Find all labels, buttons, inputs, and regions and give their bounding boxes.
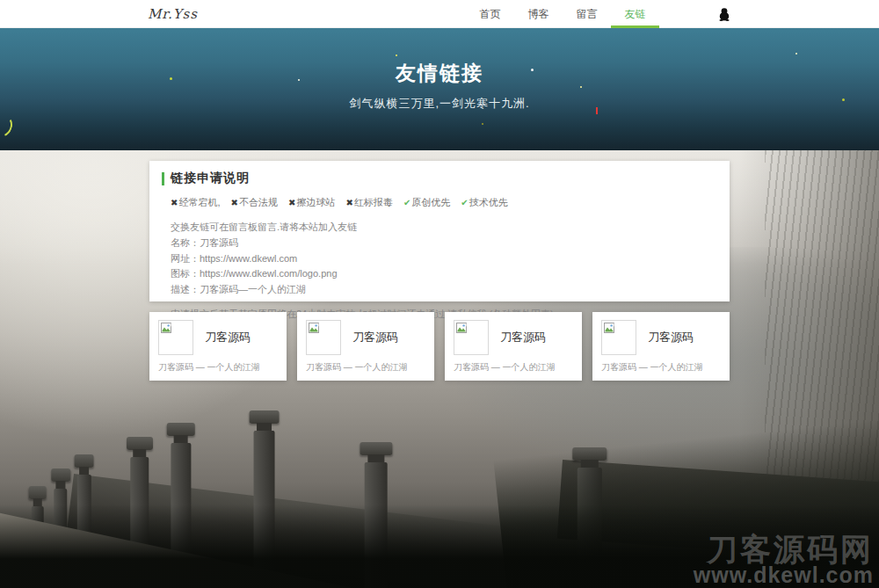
particle-dash	[596, 107, 598, 114]
rule-tag: ✖不合法规	[231, 197, 278, 207]
rule-tag: ✔原创优先	[403, 197, 450, 207]
broken-image-icon	[454, 320, 489, 355]
nav-item-home[interactable]: 首页	[466, 0, 514, 28]
qq-penguin-icon[interactable]	[717, 7, 731, 21]
friend-link-desc: 刀客源码 — 一个人的江湖	[601, 361, 721, 374]
particle-dot	[580, 86, 582, 88]
friend-links-row: 刀客源码 刀客源码 — 一个人的江湖 刀客源码 刀客源码 — 一个人的江湖 刀客…	[149, 312, 730, 381]
broken-image-icon	[601, 320, 636, 355]
particle-dot	[531, 69, 534, 71]
friend-link-title: 刀客源码	[500, 330, 546, 345]
top-navbar: Mr.Yss 首页 博客 留言 友链	[0, 0, 879, 28]
nav-item-blog[interactable]: 博客	[514, 0, 563, 28]
particle-dot	[170, 77, 172, 80]
friend-link-desc: 刀客源码 — 一个人的江湖	[158, 361, 278, 374]
main-content: 链接申请说明 ✖经常宕机, ✖不合法规 ✖擦边球站 ✖红标报毒 ✔原创优先 ✔技…	[149, 161, 730, 381]
site-desc-line: 描述：刀客源码—一个人的江湖	[171, 282, 717, 298]
rule-tag: ✖经常宕机,	[171, 197, 220, 207]
nav-item-links[interactable]: 友链	[611, 0, 659, 28]
page-subtitle: 剑气纵横三万里,一剑光寒十九洲.	[0, 96, 879, 112]
x-mark-icon: ✖	[288, 198, 295, 207]
site-url-line: 网址：https://www.dkewl.com	[171, 251, 717, 267]
check-mark-icon: ✔	[461, 198, 468, 207]
site-logo[interactable]: Mr.Yss	[148, 6, 198, 22]
page-title: 友情链接	[0, 28, 879, 87]
intro-line: 交换友链可在留言板留言.请将本站加入友链	[171, 220, 717, 236]
rule-tag: ✖红标报毒	[345, 197, 392, 207]
friend-link-card[interactable]: 刀客源码 刀客源码 — 一个人的江湖	[149, 312, 287, 381]
broken-image-icon	[306, 320, 341, 355]
friend-link-title: 刀客源码	[648, 330, 694, 345]
friend-link-title: 刀客源码	[352, 330, 398, 345]
rule-tags: ✖经常宕机, ✖不合法规 ✖擦边球站 ✖红标报毒 ✔原创优先 ✔技术优先	[171, 196, 717, 209]
x-mark-icon: ✖	[345, 198, 352, 207]
x-mark-icon: ✖	[171, 198, 178, 207]
particle-dot	[482, 123, 483, 125]
particle-arc	[0, 109, 16, 141]
bottom-shadow	[0, 505, 879, 588]
x-mark-icon: ✖	[231, 198, 238, 207]
section-accent-bar	[162, 172, 164, 185]
hero-banner: 友情链接 剑气纵横三万里,一剑光寒十九洲.	[0, 28, 879, 150]
friend-link-title: 刀客源码	[205, 330, 251, 345]
application-instructions: 交换友链可在留言板留言.请将本站加入友链 名称：刀客源码 网址：https://…	[171, 220, 717, 298]
section-title: 链接申请说明	[171, 171, 250, 186]
nav-item-message[interactable]: 留言	[563, 0, 611, 28]
check-mark-icon: ✔	[403, 198, 410, 207]
particle-dot	[795, 53, 797, 54]
particle-dot	[396, 54, 397, 56]
main-menu: 首页 博客 留言 友链	[466, 0, 659, 28]
broken-image-icon	[158, 320, 193, 355]
friend-link-card[interactable]: 刀客源码 刀客源码 — 一个人的江湖	[445, 312, 582, 381]
particle-dot	[842, 98, 845, 101]
rule-tag: ✔技术优先	[461, 197, 507, 207]
site-name-line: 名称：刀客源码	[171, 236, 717, 251]
friend-link-card[interactable]: 刀客源码 刀客源码 — 一个人的江湖	[297, 312, 434, 381]
particle-dot	[298, 79, 300, 81]
friend-link-desc: 刀客源码 — 一个人的江湖	[454, 361, 573, 374]
friend-link-card[interactable]: 刀客源码 刀客源码 — 一个人的江湖	[592, 312, 730, 381]
site-icon-line: 图标：https://www.dkewl.com/logo.png	[171, 266, 717, 282]
link-application-card: 链接申请说明 ✖经常宕机, ✖不合法规 ✖擦边球站 ✖红标报毒 ✔原创优先 ✔技…	[149, 161, 730, 301]
rule-tag: ✖擦边球站	[288, 197, 335, 207]
friend-link-desc: 刀客源码 — 一个人的江湖	[306, 361, 425, 374]
